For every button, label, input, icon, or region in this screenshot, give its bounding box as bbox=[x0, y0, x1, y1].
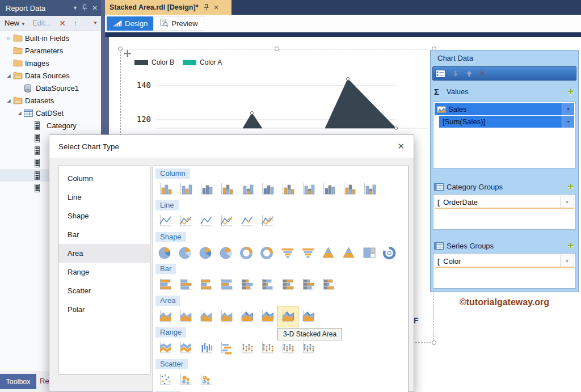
group-row-0[interactable]: [OrderDate▼ bbox=[435, 196, 574, 209]
selection-handle[interactable] bbox=[275, 47, 279, 51]
delete-icon[interactable]: ✕ bbox=[59, 19, 66, 28]
shape-chart-type-icon-6[interactable] bbox=[259, 245, 276, 262]
shape-chart-type-icon-4[interactable] bbox=[218, 245, 235, 262]
tab-preview[interactable]: Preview bbox=[153, 16, 204, 31]
value-row-0[interactable]: Sales▼ bbox=[435, 103, 574, 115]
tree-item-category[interactable]: Category bbox=[0, 119, 101, 132]
tab-design[interactable]: Design bbox=[107, 16, 153, 31]
add-field-icon[interactable]: + bbox=[567, 87, 574, 95]
chart-category-scatter[interactable]: Scatter bbox=[58, 281, 150, 300]
expander-expanded-icon[interactable]: ◢ bbox=[5, 73, 13, 78]
chart-category-polar[interactable]: Polar bbox=[58, 300, 150, 319]
shape-chart-type-icon-5[interactable] bbox=[238, 245, 255, 262]
delete-icon[interactable]: ✕ bbox=[479, 69, 486, 78]
edit-button[interactable]: Edit... bbox=[32, 19, 51, 27]
area-chart-type-icon-3[interactable] bbox=[197, 308, 214, 325]
tab-report-data-partial[interactable]: Re bbox=[40, 377, 49, 385]
pin-icon[interactable] bbox=[204, 4, 209, 11]
move-up-icon[interactable]: ↑ bbox=[74, 19, 78, 27]
expander-expanded-icon[interactable]: ◢ bbox=[5, 98, 13, 103]
column-chart-type-icon-7[interactable] bbox=[279, 181, 296, 198]
add-field-icon[interactable]: + bbox=[567, 183, 574, 191]
tab-toolbox[interactable]: Toolbox bbox=[0, 374, 36, 389]
move-up-icon[interactable] bbox=[466, 70, 473, 77]
line-chart-type-icon-3[interactable] bbox=[197, 213, 214, 230]
column-chart-type-icon-1[interactable] bbox=[157, 181, 174, 198]
line-chart-type-icon-1[interactable] bbox=[157, 213, 174, 230]
close-icon[interactable]: ✕ bbox=[397, 141, 405, 151]
column-chart-type-icon-4[interactable] bbox=[218, 181, 235, 198]
chart-category-bar[interactable]: Bar bbox=[58, 225, 150, 244]
document-tab[interactable]: Stacked Area.rdl [Design]* ✕ bbox=[105, 0, 231, 15]
selection-handle[interactable] bbox=[118, 47, 123, 51]
properties-icon[interactable] bbox=[435, 70, 445, 78]
group-row-0[interactable]: [Color▼ bbox=[435, 255, 574, 268]
pin-icon[interactable] bbox=[82, 5, 87, 11]
column-chart-type-icon-5[interactable] bbox=[238, 181, 255, 198]
bar-chart-type-icon-2[interactable] bbox=[177, 276, 194, 293]
chart-category-column[interactable]: Column bbox=[58, 169, 150, 188]
column-chart-type-icon-3[interactable] bbox=[197, 181, 214, 198]
tree-item-parameters[interactable]: Parameters bbox=[0, 44, 101, 57]
report-data-titlebar[interactable]: Report Data ▼ ✕ bbox=[0, 0, 101, 16]
bar-chart-type-icon-1[interactable] bbox=[157, 276, 174, 293]
column-chart-type-icon-6[interactable] bbox=[259, 181, 276, 198]
close-icon[interactable]: ✕ bbox=[92, 4, 98, 12]
range-chart-type-icon-3[interactable] bbox=[197, 340, 214, 357]
shape-chart-type-icon-8[interactable] bbox=[300, 245, 317, 262]
shape-chart-type-icon-10[interactable] bbox=[340, 245, 357, 262]
area-chart-type-icon-6[interactable] bbox=[259, 308, 276, 325]
close-icon[interactable]: ✕ bbox=[214, 4, 219, 11]
range-chart-type-icon-7[interactable] bbox=[279, 340, 296, 357]
dropdown-button[interactable]: ▼ bbox=[562, 103, 574, 115]
scatter-chart-type-icon-1[interactable] bbox=[157, 372, 174, 389]
add-field-icon[interactable]: + bbox=[567, 242, 574, 250]
expander-expanded-icon[interactable]: ◢ bbox=[15, 111, 24, 116]
shape-chart-type-icon-1[interactable] bbox=[157, 245, 174, 262]
move-down-icon[interactable] bbox=[452, 70, 459, 77]
dropdown-button[interactable]: ▼ bbox=[560, 255, 574, 267]
area-chart-type-icon-8[interactable] bbox=[300, 308, 317, 325]
line-chart-type-icon-2[interactable] bbox=[177, 213, 194, 230]
tree-item-data-sources[interactable]: ◢Data Sources bbox=[0, 69, 101, 82]
range-chart-type-icon-2[interactable] bbox=[177, 340, 194, 357]
range-chart-type-icon-5[interactable] bbox=[238, 340, 255, 357]
column-chart-type-icon-8[interactable] bbox=[300, 181, 317, 198]
chart-category-area[interactable]: Area bbox=[58, 244, 150, 263]
tree-item-datasource1[interactable]: DataSource1 bbox=[0, 82, 101, 94]
range-chart-type-icon-1[interactable] bbox=[157, 340, 174, 357]
dropdown-button[interactable]: ▼ bbox=[562, 116, 574, 128]
line-chart-type-icon-6[interactable] bbox=[259, 213, 276, 230]
new-button[interactable]: New▼ bbox=[5, 19, 26, 27]
selection-handle[interactable] bbox=[432, 340, 436, 345]
shape-chart-type-icon-7[interactable] bbox=[279, 245, 296, 262]
area-chart-type-icon-4[interactable] bbox=[218, 308, 235, 325]
area-chart-type-icon-2[interactable] bbox=[177, 308, 194, 325]
shape-chart-type-icon-11[interactable] bbox=[361, 245, 378, 262]
tree-item-built-in-fields[interactable]: ▷Built-in Fields bbox=[0, 32, 101, 44]
range-chart-type-icon-6[interactable] bbox=[259, 340, 276, 357]
selection-handle[interactable] bbox=[432, 47, 436, 51]
area-chart-type-icon-1[interactable] bbox=[157, 308, 174, 325]
column-chart-type-icon-11[interactable] bbox=[361, 181, 378, 198]
bar-chart-type-icon-6[interactable] bbox=[259, 276, 276, 293]
shape-chart-type-icon-9[interactable] bbox=[320, 245, 337, 262]
bar-chart-type-icon-4[interactable] bbox=[218, 276, 235, 293]
bar-chart-type-icon-5[interactable] bbox=[238, 276, 255, 293]
column-chart-type-icon-10[interactable] bbox=[340, 181, 357, 198]
tree-item-images[interactable]: Images bbox=[0, 57, 101, 69]
shape-chart-type-icon-12[interactable] bbox=[381, 245, 398, 262]
toolbar-overflow-chevron-icon[interactable]: ▼ bbox=[93, 20, 98, 26]
bar-chart-type-icon-9[interactable] bbox=[320, 276, 337, 293]
line-chart-type-icon-5[interactable] bbox=[238, 213, 255, 230]
range-chart-type-icon-4[interactable] bbox=[218, 340, 235, 357]
tree-item-catdset[interactable]: ◢CatDSet bbox=[0, 107, 101, 119]
area-chart-type-icon-5[interactable] bbox=[238, 308, 255, 325]
bar-chart-type-icon-8[interactable] bbox=[300, 276, 317, 293]
line-chart-type-icon-4[interactable] bbox=[218, 213, 235, 230]
range-chart-type-icon-8[interactable] bbox=[300, 340, 317, 357]
tree-item-datasets[interactable]: ◢Datasets bbox=[0, 94, 101, 107]
scatter-chart-type-icon-2[interactable] bbox=[177, 372, 194, 389]
value-row-1[interactable]: [Sum(Sales)]▼ bbox=[439, 116, 574, 128]
dropdown-button[interactable]: ▼ bbox=[560, 196, 574, 208]
